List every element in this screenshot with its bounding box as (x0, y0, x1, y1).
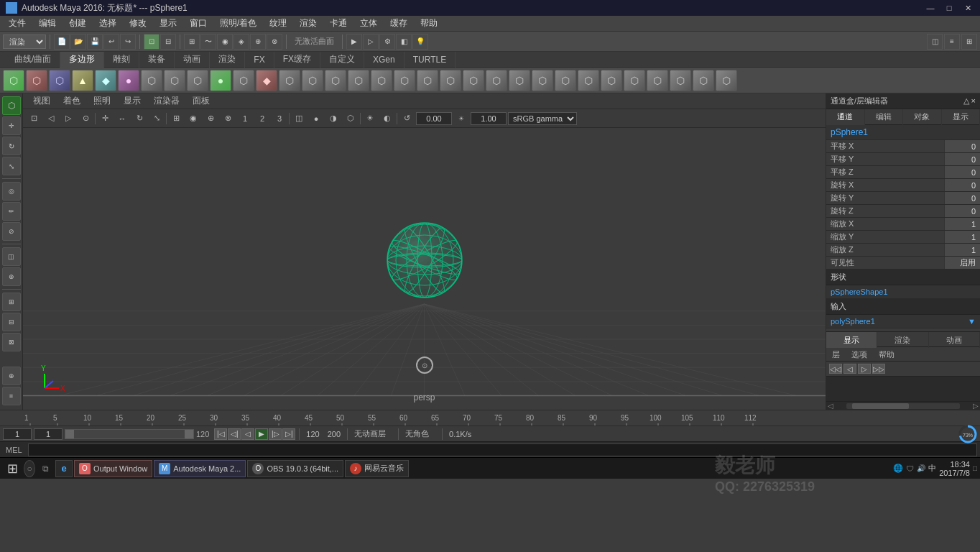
shelf-icon-18[interactable]: ⬡ (417, 70, 438, 91)
shelf-icon-27[interactable]: ⬡ (624, 70, 645, 91)
cb-tab-object[interactable]: 对象 (903, 109, 942, 125)
vp-snap2-btn[interactable]: ⊕ (203, 111, 218, 126)
snap-to-grid-btn[interactable]: ⊞ (184, 34, 200, 50)
viewport-menu-show[interactable]: 显示 (118, 93, 147, 109)
open-file-btn[interactable]: 📂 (70, 34, 86, 50)
playback-range[interactable] (65, 429, 194, 439)
attr-subtab-help[interactable]: 帮助 (873, 347, 900, 362)
vp-refresh-btn[interactable]: ↺ (399, 111, 415, 126)
shelf-icon-19[interactable]: ⬡ (440, 70, 461, 91)
sphere-object[interactable] (382, 217, 468, 303)
nav-right-right-btn[interactable]: ▷▷ (872, 364, 885, 374)
render-settings-btn[interactable]: ⚙ (379, 34, 395, 50)
cb-value-translateZ[interactable]: 0 (944, 166, 980, 178)
menu-create[interactable]: 创建 (63, 16, 92, 31)
start-button[interactable]: ⊞ (3, 460, 22, 477)
grid-btn[interactable]: ⊟ (2, 313, 21, 331)
vp-value2-input[interactable] (471, 112, 507, 125)
cb-value-rotateX[interactable]: 0 (944, 179, 980, 191)
render-view-btn[interactable]: ▶ (346, 34, 362, 50)
vp-select-mode-btn[interactable]: ✛ (97, 111, 113, 126)
shelf-icon-23[interactable]: ⬡ (532, 70, 553, 91)
cb-value-scaleY[interactable]: 1 (944, 231, 980, 243)
shelf-icon-11[interactable]: ◆ (256, 70, 277, 91)
shelf-icon-26[interactable]: ⬡ (601, 70, 622, 91)
shelf-tab-sculpt[interactable]: 雕刻 (104, 52, 139, 68)
shelf-tab-custom[interactable]: 自定义 (320, 52, 364, 68)
vp-scale-btn[interactable]: ⤡ (149, 111, 165, 126)
cb-value-visibility[interactable]: 启用 (944, 257, 980, 269)
render-dropdown[interactable]: 渲染 (3, 34, 46, 49)
vp-res-high-btn[interactable]: 3 (272, 111, 287, 126)
cb-value-translateY[interactable]: 0 (944, 153, 980, 165)
shelf-icon-31[interactable]: ⬡ (716, 70, 737, 91)
edge-browser-btn[interactable]: e (55, 460, 73, 477)
select-by-hierarchy-btn[interactable]: ⊡ (144, 34, 160, 50)
cb-row-translateZ[interactable]: 平移 Z 0 (826, 166, 980, 179)
shelf-icon-24[interactable]: ⬡ (555, 70, 576, 91)
scroll-right-icon[interactable]: ▷ (971, 402, 980, 410)
cb-tab-display[interactable]: 显示 (942, 109, 981, 125)
shelf-icon-10[interactable]: ⬡ (233, 70, 254, 91)
shelf-icon-5[interactable]: ● (118, 70, 139, 91)
shelf-icon-8[interactable]: ⬡ (187, 70, 208, 91)
shelf-icon-29[interactable]: ⬡ (670, 70, 691, 91)
close-button[interactable]: ✕ (961, 1, 974, 14)
vp-grid-btn[interactable]: ⊞ (168, 111, 184, 126)
shelf-icon-3[interactable]: ▲ (72, 70, 93, 91)
shelf-tab-curve[interactable]: 曲线/曲面 (6, 52, 60, 68)
paint-sel-btn[interactable]: ✏ (2, 202, 21, 221)
snap-to-view-btn[interactable]: ◈ (234, 34, 249, 50)
shelf-tab-fxcache[interactable]: FX缓存 (274, 52, 320, 68)
shelf-tab-poly[interactable]: 多边形 (60, 52, 104, 68)
right-panel-scrollbar[interactable]: ◁ ▷ (826, 401, 980, 410)
cb-input-dropdown-icon[interactable]: ▼ (968, 317, 976, 326)
shelf-icon-12[interactable]: ⬡ (279, 70, 300, 91)
cb-value-scaleX[interactable]: 1 (944, 218, 980, 230)
toggle-btn[interactable]: ⊠ (2, 333, 21, 351)
viewport-menu-lighting[interactable]: 照明 (88, 93, 116, 109)
cb-row-scaleX[interactable]: 缩放 X 1 (826, 218, 980, 231)
vp-next-camera-btn[interactable]: ▷ (60, 111, 76, 126)
play-fwd-btn[interactable]: ▶ (255, 428, 268, 440)
menu-select[interactable]: 选择 (93, 16, 122, 31)
viewport-menu-view[interactable]: 视图 (27, 93, 56, 109)
maximize-button[interactable]: □ (943, 1, 956, 14)
menu-render[interactable]: 渲染 (294, 16, 323, 31)
quick-layout-btn[interactable]: ⊕ (2, 367, 21, 385)
viewport-menu-shading[interactable]: 着色 (57, 93, 86, 109)
lasso-sel-btn[interactable]: ⊘ (2, 222, 21, 241)
task-view-btn[interactable]: ⧉ (37, 460, 54, 477)
go-end-btn[interactable]: ▷| (282, 428, 295, 440)
nav-left-btn[interactable]: ◁ (843, 364, 856, 374)
snap-to-curve-btn[interactable]: 〜 (200, 34, 216, 50)
volume-icon[interactable]: 🔊 (917, 464, 925, 472)
play-back-btn[interactable]: ◁ (241, 428, 254, 440)
shelf-icon-0[interactable]: ⬡ (3, 70, 24, 91)
show-manipulator-btn[interactable]: ◫ (2, 247, 21, 266)
vp-shadow-btn[interactable]: ◐ (379, 111, 395, 126)
shelf-tab-render[interactable]: 渲染 (210, 52, 245, 68)
shelf-tab-turtle[interactable]: TURTLE (405, 52, 456, 68)
vp-res-low-btn[interactable]: 1 (237, 111, 253, 126)
frame-start-input[interactable] (3, 428, 32, 440)
ipr-render-btn[interactable]: ▷ (363, 34, 379, 50)
shelf-icon-14[interactable]: ⬡ (325, 70, 346, 91)
shelf-tab-rig[interactable]: 装备 (139, 52, 175, 68)
attribute-editor-btn[interactable]: ⊞ (961, 34, 977, 50)
nav-right-btn[interactable]: ▷ (858, 364, 871, 374)
cb-value-rotateY[interactable]: 0 (944, 192, 980, 204)
shelf-icon-6[interactable]: ⬡ (141, 70, 162, 91)
shelf-icon-13[interactable]: ⬡ (302, 70, 323, 91)
mel-input[interactable] (28, 443, 977, 456)
menu-cache[interactable]: 缓存 (384, 16, 413, 31)
cb-row-scaleY[interactable]: 缩放 Y 1 (826, 231, 980, 244)
shelf-tab-xgen[interactable]: XGen (364, 52, 405, 68)
snap-to-live-btn[interactable]: ⊗ (267, 34, 282, 50)
taskbar-output-window[interactable]: O Output Window (74, 460, 152, 477)
vp-sync-btn[interactable]: ⊙ (78, 111, 93, 126)
vp-shading-smooth-btn[interactable]: ● (308, 111, 324, 126)
cb-row-rotateY[interactable]: 旋转 Y 0 (826, 192, 980, 205)
shelf-icon-16[interactable]: ⬡ (371, 70, 392, 91)
undo-btn[interactable]: ↩ (103, 34, 119, 50)
